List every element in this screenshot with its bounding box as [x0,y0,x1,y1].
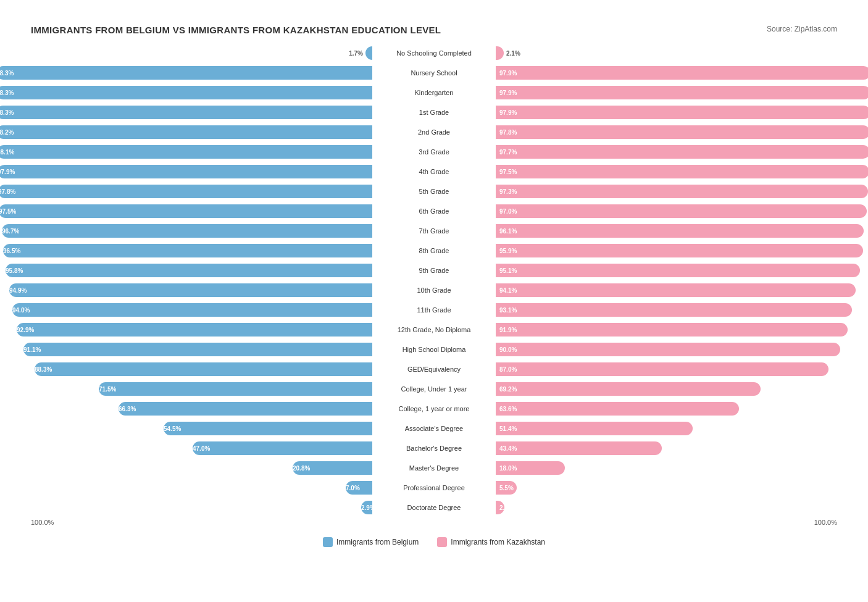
legend-kazakhstan-box [437,537,447,547]
source-text: Source: ZipAtlas.com [767,25,837,33]
bar-right-section: 2.3% [496,499,837,516]
bar-left-section: 98.1% [31,143,372,161]
bar-left-section: 88.3% [31,361,372,378]
bar-center-label: 10th Grade [372,286,496,294]
bar-center-label: No Schooling Completed [372,49,496,57]
bar-left-section: 94.0% [31,301,372,319]
bar-left-section: 97.5% [31,203,372,220]
bar-left-section: 97.9% [31,163,372,180]
bar-row: 2.9%Doctorate Degree2.3% [31,499,837,516]
chart-title: IMMIGRANTS FROM BELGIUM VS IMMIGRANTS FR… [31,25,837,35]
bar-right-section: 63.6% [496,400,837,417]
bar-right-label: 93.1% [499,307,517,314]
bar-right-section: 97.9% [496,64,837,82]
bar-left-section: 20.8% [31,459,372,477]
bar-center-label: 4th Grade [372,168,496,175]
x-axis-labels: 100.0% 100.0% [31,519,837,526]
bar-left-section: 98.3% [31,104,372,121]
bar-right-label: 94.1% [499,287,517,294]
bar-row: 98.3%Kindergarten97.9% [31,84,837,101]
bar-right-label: 95.9% [499,248,517,254]
bar-right-section: 95.9% [496,242,837,259]
bar-row: 1.7%No Schooling Completed2.1% [31,44,837,62]
bar-right-section: 43.4% [496,440,837,457]
bar-left-section: 95.8% [31,262,372,279]
bar-center-label: 1st Grade [372,109,496,116]
bar-center-label: 11th Grade [372,306,496,314]
bar-right-section: 94.1% [496,282,837,299]
bar-left-label: 94.0% [12,307,30,314]
legend-belgium-box [323,537,333,547]
bar-right-section: 97.5% [496,163,837,180]
bar-row: 98.3%Nursery School97.9% [31,64,837,82]
bar-right-section: 97.9% [496,104,837,121]
bar-row: 98.2%2nd Grade97.8% [31,123,837,141]
bar-left-section: 47.0% [31,440,372,457]
bar-center-label: 12th Grade, No Diploma [372,326,496,333]
bar-left-label: 20.8% [293,465,310,472]
bar-left-label: 98.3% [0,109,14,116]
legend-belgium: Immigrants from Belgium [323,537,419,547]
bar-row: 97.5%6th Grade97.0% [31,203,837,220]
bar-right-section: 97.8% [496,123,837,141]
legend: Immigrants from Belgium Immigrants from … [31,537,837,547]
bar-center-label: 3rd Grade [372,148,496,156]
bar-left-label: 94.9% [9,287,27,294]
bar-left-label: 1.7% [349,50,363,57]
bar-right-section: 97.0% [496,203,837,220]
bar-row: 92.9%12th Grade, No Diploma91.9% [31,321,837,338]
bar-left-label: 71.5% [99,386,116,393]
bar-row: 96.5%8th Grade95.9% [31,242,837,259]
bar-right-label: 51.4% [499,425,517,432]
bar-center-label: 7th Grade [372,227,496,235]
bar-left-label: 98.2% [0,129,14,136]
bar-right-label: 2.1% [506,50,520,57]
bar-row: 47.0%Bachelor's Degree43.4% [31,440,837,457]
bar-left-label: 97.8% [0,188,15,195]
bar-row: 95.8%9th Grade95.1% [31,262,837,279]
bar-center-label: Nursery School [372,69,496,77]
x-right-label: 100.0% [814,519,837,526]
bar-left-label: 92.9% [17,327,34,333]
bar-left-label: 97.5% [0,208,16,215]
bar-left-section: 94.9% [31,282,372,299]
bar-right-section: 93.1% [496,301,837,319]
bar-left-section: 91.1% [31,341,372,358]
bar-left-section: 96.7% [31,222,372,240]
bar-row: 7.0%Professional Degree5.5% [31,479,837,496]
bar-right-label: 97.3% [499,188,517,195]
bar-left-label: 88.3% [35,366,52,373]
bar-center-label: 6th Grade [372,207,496,215]
legend-belgium-label: Immigrants from Belgium [336,538,419,546]
bar-right-section: 97.3% [496,183,837,200]
bar-right-label: 97.9% [499,70,517,77]
bar-row: 94.9%10th Grade94.1% [31,282,837,299]
bar-right-label: 97.7% [499,149,517,156]
bar-left-section: 71.5% [31,380,372,398]
bar-right-label: 69.2% [499,386,517,393]
bar-right-label: 97.0% [499,208,517,215]
bar-left-label: 7.0% [346,485,360,491]
bar-row: 91.1%High School Diploma90.0% [31,341,837,358]
bar-left-label: 47.0% [193,445,210,452]
bar-right-section: 2.1% [496,44,837,62]
bar-center-label: College, 1 year or more [372,405,496,412]
bar-row: 54.5%Associate's Degree51.4% [31,420,837,437]
bar-left-section: 2.9% [31,499,372,516]
bar-center-label: 9th Grade [372,267,496,274]
legend-kazakhstan-label: Immigrants from Kazakhstan [451,538,545,546]
bar-right-label: 87.0% [499,366,517,373]
bar-center-label: High School Diploma [372,346,496,353]
x-left-label: 100.0% [31,519,54,526]
bar-right-label: 96.1% [499,228,517,235]
bar-row: 98.3%1st Grade97.9% [31,104,837,121]
bar-left-label: 54.5% [164,425,181,432]
bar-right-label: 95.1% [499,267,517,274]
bar-right-section: 91.9% [496,321,837,338]
legend-kazakhstan: Immigrants from Kazakhstan [437,537,545,547]
bar-left-section: 97.8% [31,183,372,200]
bar-left-section: 66.3% [31,400,372,417]
bar-right-label: 97.9% [499,90,517,96]
bar-left-label: 98.3% [0,90,14,96]
bar-center-label: Associate's Degree [372,425,496,432]
